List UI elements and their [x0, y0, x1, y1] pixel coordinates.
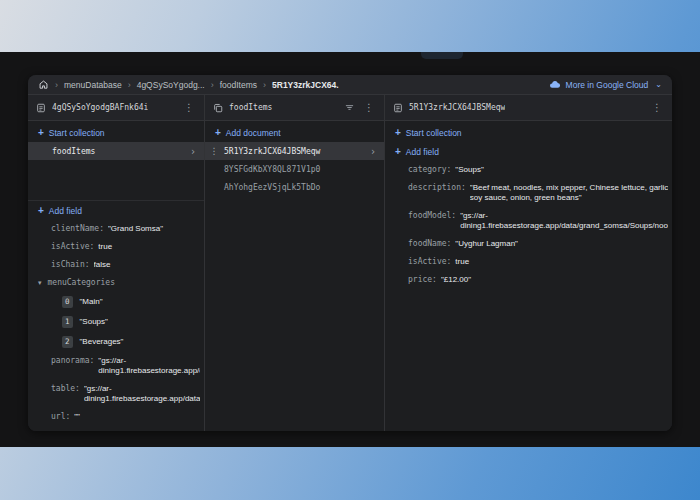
field-row[interactable]: category "Soups"	[385, 161, 672, 179]
collection-icon	[213, 103, 223, 113]
field-value: "Beef meat, noodles, mix pepper, Chinese…	[470, 183, 668, 203]
firestore-panel: › menuDatabase › 4gQSySoYgodg... › foodI…	[28, 75, 672, 431]
field-value: "Grand Somsa"	[108, 224, 200, 234]
field-key: category	[408, 165, 455, 175]
collection-row-fooditems[interactable]: foodItems ›	[28, 142, 204, 160]
field-value: true	[98, 242, 200, 252]
array-item[interactable]: 1 "Soups"	[28, 312, 204, 332]
array-value: "Main"	[80, 297, 103, 307]
field-value: true	[455, 257, 668, 267]
document-id: AhYohgEezVSjqLk5TbDo	[224, 183, 320, 192]
field-row[interactable]: foodModel "gs://ar- dining1.firebasestor…	[385, 207, 672, 235]
add-field-button[interactable]: + Add field	[28, 201, 204, 220]
document-row[interactable]: 8YSFGdKbXY8QL871V1p0	[205, 160, 384, 178]
add-document-label: Add document	[226, 128, 281, 138]
plus-icon: +	[38, 127, 44, 138]
drag-handle-icon: ⋮	[209, 146, 219, 156]
kebab-menu-icon[interactable]: ⋮	[182, 102, 196, 113]
field-key: menuCategories	[48, 278, 115, 288]
crumb-separator-icon: ›	[55, 80, 58, 90]
field-value: "Uyghur Lagman"	[455, 239, 668, 249]
field-row[interactable]: isChain false	[28, 256, 204, 274]
array-index-badge: 0	[62, 296, 73, 308]
start-collection-label: Start collection	[406, 128, 462, 138]
chevron-down-icon: ▾	[38, 278, 42, 288]
field-value: "£12.00"	[441, 275, 668, 285]
field-key: table	[51, 384, 84, 394]
field-value: "gs://ar- dining1.firebasestorage.app/da…	[98, 356, 200, 376]
field-row[interactable]: clientName "Grand Somsa"	[28, 220, 204, 238]
plus-icon: +	[395, 146, 401, 157]
field-key: foodModel	[408, 211, 460, 221]
breadcrumb-document[interactable]: 4gQSySoYgodg...	[137, 80, 205, 90]
column3-body: + Start collection + Add field category …	[385, 121, 672, 431]
window-notch	[421, 52, 463, 59]
add-field-label: Add field	[49, 206, 82, 216]
column1-title: 4gQSySoYgodgBAFnk64i	[52, 103, 148, 112]
column2-body: + Add document ⋮ 5R1Y3zrkJCX64JBSMeqw › …	[205, 121, 384, 431]
kebab-menu-icon[interactable]: ⋮	[650, 102, 664, 113]
field-value: "Soups"	[455, 165, 668, 175]
breadcrumb-current: 5R1Y3zrkJCX64.	[272, 80, 339, 90]
more-in-google-cloud-label: More in Google Cloud	[566, 80, 649, 90]
field-row-expandable[interactable]: ▾ menuCategories	[28, 274, 204, 292]
cloud-icon	[549, 80, 561, 89]
chevron-down-icon: ⌄	[655, 80, 662, 89]
column-collection: foodItems ⋮ + Add document ⋮ 5R1Y3zrkJCX…	[205, 95, 385, 431]
start-collection-label: Start collection	[49, 128, 105, 138]
column1-body: + Start collection foodItems › + Add fie…	[28, 121, 204, 431]
add-document-button[interactable]: + Add document	[205, 123, 384, 142]
field-key: foodName	[408, 239, 455, 249]
plus-icon: +	[215, 127, 221, 138]
field-value: "gs://ar- dining1.firebasestorage.app/da…	[460, 211, 668, 231]
field-row[interactable]: description "Beef meat, noodles, mix pep…	[385, 179, 672, 207]
field-row[interactable]: table "gs://ar- dining1.firebasestorage.…	[28, 380, 204, 408]
array-index-badge: 1	[62, 316, 73, 328]
field-value: false	[94, 260, 200, 270]
column2-header: foodItems ⋮	[205, 95, 384, 121]
array-item[interactable]: 2 "Beverages"	[28, 332, 204, 352]
breadcrumb-collection[interactable]: foodItems	[220, 80, 257, 90]
crumb-separator-icon: ›	[128, 80, 131, 90]
document-icon	[393, 103, 403, 113]
field-row[interactable]: price "£12.00"	[385, 271, 672, 289]
array-item[interactable]: 0 "Main"	[28, 292, 204, 312]
document-row[interactable]: ⋮ 5R1Y3zrkJCX64JBSMeqw ›	[205, 142, 384, 160]
column2-title: foodItems	[229, 103, 272, 112]
field-key: isActive	[408, 257, 455, 267]
field-row[interactable]: foodName "Uyghur Lagman"	[385, 235, 672, 253]
document-icon	[36, 103, 46, 113]
column3-header: 5R1Y3zrkJCX64JBSMeqw ⋮	[385, 95, 672, 121]
column-document-detail: 5R1Y3zrkJCX64JBSMeqw ⋮ + Start collectio…	[385, 95, 672, 431]
field-row[interactable]: isActive true	[28, 238, 204, 256]
more-in-google-cloud-button[interactable]: More in Google Cloud ⌄	[549, 80, 662, 90]
field-key: panorama	[51, 356, 98, 366]
crumb-separator-icon: ›	[211, 80, 214, 90]
document-row[interactable]: AhYohgEezVSjqLk5TbDo	[205, 178, 384, 196]
field-row[interactable]: isActive true	[385, 253, 672, 271]
array-index-badge: 2	[62, 336, 73, 348]
field-value: "gs://ar- dining1.firebasestorage.app/da…	[84, 384, 200, 404]
add-field-button[interactable]: + Add field	[385, 142, 672, 161]
chevron-right-icon: ›	[370, 146, 376, 157]
home-icon[interactable]	[38, 79, 49, 90]
field-key: description	[408, 183, 470, 193]
filter-icon[interactable]	[344, 102, 356, 114]
column1-header: 4gQSySoYgodgBAFnk64i ⋮	[28, 95, 204, 121]
field-key: price	[408, 275, 441, 285]
document-id: 8YSFGdKbXY8QL871V1p0	[224, 165, 320, 174]
start-collection-button[interactable]: + Start collection	[28, 123, 204, 142]
chevron-right-icon: ›	[190, 146, 196, 157]
console-dark-background: › menuDatabase › 4gQSySoYgodg... › foodI…	[0, 52, 700, 447]
collection-name: foodItems	[52, 147, 95, 156]
field-row[interactable]: url ""	[28, 408, 204, 426]
start-collection-button[interactable]: + Start collection	[385, 123, 672, 142]
kebab-menu-icon[interactable]: ⋮	[362, 102, 376, 113]
breadcrumb: › menuDatabase › 4gQSySoYgodg... › foodI…	[28, 75, 672, 95]
breadcrumb-database[interactable]: menuDatabase	[64, 80, 122, 90]
crumb-separator-icon: ›	[263, 80, 266, 90]
field-key: isActive	[51, 242, 98, 252]
column-parent-document: 4gQSySoYgodgBAFnk64i ⋮ + Start collectio…	[28, 95, 205, 431]
field-row[interactable]: panorama "gs://ar- dining1.firebasestora…	[28, 352, 204, 380]
add-field-label: Add field	[406, 147, 439, 157]
